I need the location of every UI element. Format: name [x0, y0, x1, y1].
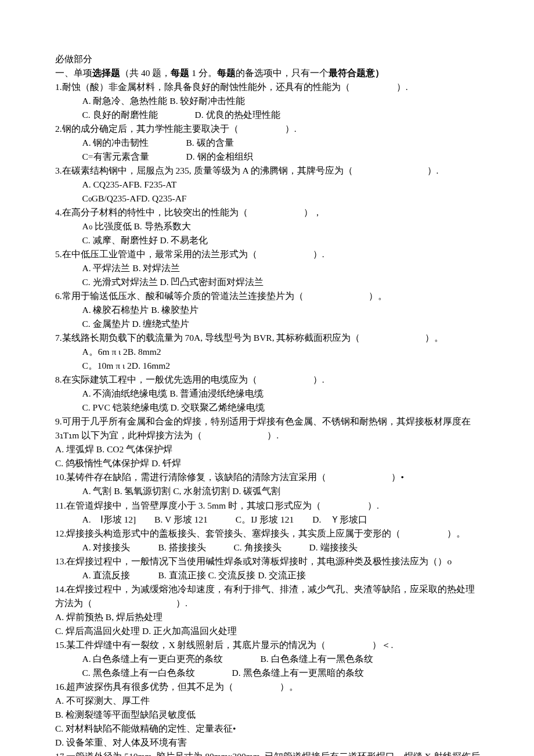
option-line: C=有害元素含量 D. 钢的金相组织	[55, 150, 490, 164]
question-text: 13.在焊接过程中，一般情况下当使用碱性焊条或对薄板焊接时，其电源种类及极性接法…	[55, 555, 490, 568]
intro-bold3: 每题	[217, 68, 236, 78]
question-text: 6.常用于输送低压水、酸和碱等介质的管道法兰连接垫片为（ ）。	[55, 289, 490, 303]
question-stem: 焊接接头构造形式中的盖板接头、套管接头、塞焊接头，其实质上应属于变形的（ ）。	[66, 528, 466, 538]
option-line: C. 良好的耐磨性能 D. 优良的热处理性能	[55, 108, 490, 122]
question-number: 7.	[55, 333, 62, 343]
question: 13.在焊接过程中，一般情况下当使用碱性焊条或对薄板焊接时，其电源种类及极性接法…	[55, 555, 490, 582]
option-line: C. 减摩、耐磨性好 D. 不易老化	[55, 233, 490, 247]
question-stem: 在中低压工业管道中，最常采用的法兰形式为（ ）.	[62, 249, 324, 259]
section-intro: 一、单项选择题（共 40 题，每题 1 分。每题的备选项中，只有一个最符合题意）	[55, 66, 490, 80]
option-line: A. 直流反接 B. 直流正接 C. 交流反接 D. 交流正接	[55, 568, 490, 582]
option-line: A. 不可探测大、厚工件	[55, 694, 490, 708]
question-text: 10.某铸件存在缺陷，需进行清除修复，该缺陷的清除方法宜采用（ ）•	[55, 470, 490, 484]
question-cont: 方法为（ ）.	[55, 596, 490, 610]
question: 3.在碳素结构钢中，屈服点为 235, 质量等级为 A 的沸腾钢，其牌号应为（ …	[55, 164, 490, 206]
option-line: A。6m π ι 2B. 8mm2	[55, 345, 490, 359]
option-line: A. 焊前预热 B, 焊后热处理	[55, 610, 490, 624]
option-line: B. 检测裂缝等平面型缺陷灵敏度低	[55, 708, 490, 722]
question-stem: 在高分子材料的特性中，比较突出的性能为（ ），	[62, 207, 322, 217]
question: 6.常用于输送低压水、酸和碱等介质的管道法兰连接垫片为（ ）。A. 橡胶石棉垫片…	[55, 289, 490, 331]
intro-bold2: 每题	[171, 68, 189, 78]
question-stem: 钢的成分确定后，其力学性能主要取决于（ ）.	[62, 124, 297, 134]
question-number: 11.	[55, 501, 66, 510]
option-line: A. 白色条缝上有一更白更亮的条纹 B. 白色条缝上有一黑色条纹	[55, 652, 490, 666]
question: 4.在高分子材料的特性中，比较突出的性能为（ ），A₀ 比强度低 B. 导热系数…	[55, 206, 490, 247]
question-number: 3.	[55, 165, 62, 175]
question: 9.可用于几乎所有金属和合金的焊接，特别适用于焊接有色金属、不锈钢和耐热钢，其焊…	[55, 415, 490, 470]
question-text: 9.可用于几乎所有金属和合金的焊接，特别适用于焊接有色金属、不锈钢和耐热钢，其焊…	[55, 415, 490, 429]
question-text: 3.在碳素结构钢中，屈服点为 235, 质量等级为 A 的沸腾钢，其牌号应为（ …	[55, 164, 490, 178]
question-stem: 在焊接过程中，为减缓熔池冷却速度，有利于排气、排渣，减少气孔、夹渣等缺陷，应采取…	[66, 584, 475, 594]
question-text: 16.超声波探伤具有很多优势，但其不足为（ ）。	[55, 680, 490, 694]
question: 12.焊接接头构造形式中的盖板接头、套管接头、塞焊接头，其实质上应属于变形的（ …	[55, 527, 490, 555]
option-line: C₀GB/Q235-AFD. Q235-AF	[55, 192, 490, 206]
question-number: 12.	[55, 528, 66, 538]
intro-mid3: 的备选项中，只有一个	[236, 68, 329, 78]
question-text: 14.在焊接过程中，为减缓熔池冷却速度，有利于排气、排渣，减少气孔、夹渣等缺陷，…	[55, 582, 490, 596]
question-stem: 在碳素结构钢中，屈服点为 235, 质量等级为 A 的沸腾钢，其牌号应为（ ）.	[62, 165, 439, 175]
question-stem: 常用于输送低压水、酸和碱等介质的管道法兰连接垫片为（ ）。	[62, 291, 387, 301]
option-line: A. 橡胶石棉垫片 B. 橡胶垫片	[55, 303, 490, 317]
question-number: 14.	[55, 584, 66, 594]
question-number: 6.	[55, 291, 62, 301]
question-stem: 超声波探伤具有很多优势，但其不足为（ ）。	[66, 682, 298, 692]
question-number: 9.	[55, 416, 62, 426]
option-line: A₀ 比强度低 B. 导热系数大	[55, 219, 490, 233]
question-text: 1.耐蚀（酸）非金属材料，除具备良好的耐蚀性能外，还具有的性能为（ ）.	[55, 80, 490, 94]
option-line: C. 黑色条缝上有一白色条纹 D. 黑色条缝上有一更黑暗的条纹	[55, 666, 490, 680]
question-stem: 某工件焊缝中有一裂纹，X 射线照射后，其底片显示的情况为（ ）＜.	[66, 640, 393, 650]
option-line: C. PVC 铠装绝缘电缆 D. 交联聚乙烯绝缘电缆	[55, 401, 490, 415]
option-line: A. 埋弧焊 B. CO2 气体保护焊	[55, 442, 490, 456]
question-list: 1.耐蚀（酸）非金属材料，除具备良好的耐蚀性能外，还具有的性能为（ ）.A. 耐…	[55, 80, 490, 756]
question-number: 4.	[55, 207, 62, 217]
option-line: A. Ⅰ形坡 12] B. V 形坡 121 C。IJ 形坡 121 D. Ｙ形…	[55, 513, 490, 527]
question: 16.超声波探伤具有很多优势，但其不足为（ ）。A. 不可探测大、厚工件B. 检…	[55, 680, 490, 750]
question-text: 12.焊接接头构造形式中的盖板接头、套管接头、塞焊接头，其实质上应属于变形的（ …	[55, 527, 490, 541]
intro-mid: （共 40 题，	[120, 68, 171, 78]
question: 1.耐蚀（酸）非金属材料，除具备良好的耐蚀性能外，还具有的性能为（ ）.A. 耐…	[55, 80, 490, 122]
question-stem: 在实际建筑工程中，一般优先选用的电缆应为（ ）.	[62, 375, 324, 384]
option-line: C. 金属垫片 D. 缠绕式垫片	[55, 317, 490, 331]
option-line: A. 气割 B. 氢氧源切割 C, 水射流切割 D. 碳弧气割	[55, 484, 490, 498]
section-title: 必做部分	[55, 54, 92, 64]
intro-bold4: 最符合题意）	[329, 68, 384, 78]
question-text: 7.某线路长期负载下的载流量为 70A, 导线型号为 BVR, 其标称截面积应为…	[55, 331, 490, 345]
question-stem: 在焊接过程中，一般情况下当使用碱性焊条或对薄板焊接时，其电源种类及极性接法应为（…	[66, 556, 452, 566]
question-number: 2.	[55, 124, 62, 134]
question-number: 8.	[55, 375, 62, 384]
option-line: A. 钢的冲击韧性 B. 碳的含量	[55, 136, 490, 150]
option-line: C. 鸽极惰性气体保护焊 D. 钎焊	[55, 456, 490, 470]
option-line: A. 不滴油纸绝缘电缆 B. 普通油浸纸绝缘电缆	[55, 387, 490, 401]
question-text: 15.某工件焊缝中有一裂纹，X 射线照射后，其底片显示的情况为（ ）＜.	[55, 638, 490, 652]
question-stem: 在管道焊接中，当管壁厚度小于 3. 5mm 时，其坡口形式应为（ ）.	[66, 501, 379, 510]
question-number: 5.	[55, 249, 62, 259]
question: 15.某工件焊缝中有一裂纹，X 射线照射后，其底片显示的情况为（ ）＜.A. 白…	[55, 638, 490, 680]
option-line: A. 平焊法兰 B. 对焊法兰	[55, 261, 490, 275]
question-text: 8.在实际建筑工程中，一般优先选用的电缆应为（ ）.	[55, 373, 490, 387]
option-line: A. CQ235-AFB. F235-AT	[55, 178, 490, 192]
question: 2.钢的成分确定后，其力学性能主要取决于（ ）.A. 钢的冲击韧性 B. 碳的含…	[55, 122, 490, 164]
question-number: 15.	[55, 640, 66, 650]
question-stem: 某线路长期负载下的载流量为 70A, 导线型号为 BVR, 其标称截面积应为（ …	[62, 333, 444, 343]
option-line: D. 设备笨重、对人体及环境有害	[55, 736, 490, 750]
question-number: 17.	[55, 751, 66, 756]
question-stem: 一管道外径为 510mm, 胶片尺寸为 80mmx300mm, 已知管道焊接后有…	[66, 751, 479, 756]
option-line: C. 光滑式对焊法兰 D. 凹凸式密封面对焊法兰	[55, 275, 490, 289]
option-line: A. 对接接头 B. 搭接接头 C. 角接接头 D. 端接接头	[55, 541, 490, 555]
question-stem: 某铸件存在缺陷，需进行清除修复，该缺陷的清除方法宜采用（ ）•	[66, 472, 403, 482]
option-line: C. 对材料缺陷不能做精确的定性、定量表征•	[55, 722, 490, 736]
question: 7.某线路长期负载下的载流量为 70A, 导线型号为 BVR, 其标称截面积应为…	[55, 331, 490, 373]
intro-bold1: 选择题	[92, 68, 120, 78]
intro-mid2: 1 分。	[189, 68, 217, 78]
question: 8.在实际建筑工程中，一般优先选用的电缆应为（ ）.A. 不滴油纸绝缘电缆 B.…	[55, 373, 490, 415]
question: 5.在中低压工业管道中，最常采用的法兰形式为（ ）.A. 平焊法兰 B. 对焊法…	[55, 247, 490, 289]
question-text: 5.在中低压工业管道中，最常采用的法兰形式为（ ）.	[55, 247, 490, 261]
question: 11.在管道焊接中，当管壁厚度小于 3. 5mm 时，其坡口形式应为（ ）.A.…	[55, 499, 490, 527]
question: 14.在焊接过程中，为减缓熔池冷却速度，有利于排气、排渣，减少气孔、夹渣等缺陷，…	[55, 582, 490, 638]
question-number: 13.	[55, 556, 66, 566]
intro-prefix: 一、单项	[55, 68, 92, 78]
question-text: 4.在高分子材料的特性中，比较突出的性能为（ ），	[55, 206, 490, 219]
question-stem: 可用于几乎所有金属和合金的焊接，特别适用于焊接有色金属、不锈钢和耐热钢，其焊接板…	[62, 416, 471, 426]
question-cont: 3₁T₁m 以下为宜，此种焊接方法为（ ）.	[55, 429, 490, 442]
option-line: C。10m π ι 2D. 16mm2	[55, 359, 490, 373]
